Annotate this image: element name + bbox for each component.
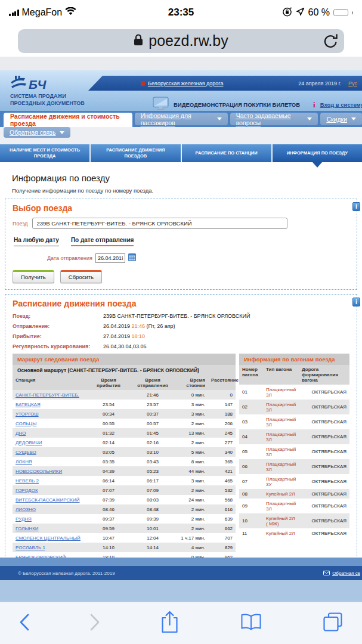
nav-item-passenger-info[interactable]: Информация для пассажиров [135,113,228,125]
language-link[interactable]: Рус [348,80,357,86]
nav-item-feedback[interactable]: Обратная связь [4,127,70,138]
arrival-cell: 03:35 [89,457,128,466]
back-button[interactable] [19,614,29,633]
arrival-cell [89,390,128,400]
arrival-cell: 10:47 [89,533,128,543]
station-link[interactable]: САНКТ-ПЕТЕРБУРГ-ВИТЕБ. [13,390,89,400]
train-select-heading: Выбор поезда [13,203,349,213]
video-demo-link[interactable]: ВИДЕОДЕМОНСТРАЦИЯ ПОКУПКИ БИЛЕТОВ [174,101,300,108]
header-top-band: Белорусская железная дорога 24 апреля 20… [88,76,362,91]
route-table-subtitle: Основной маршрут (САНКТ-ПЕТЕРБУРГ-ВИТЕБ.… [13,365,236,376]
wagon-road-cell: ОКТЯБРЬСКАЯ [299,444,349,459]
tab-train-info-active[interactable]: ИНФОРМАЦИЯ ПО ПОЕЗДУ [273,144,362,162]
arrival-cell: 14:10 [89,543,128,552]
route-table-header: Станция Время прибытия Время отправления… [13,376,236,390]
battery-nub [352,11,353,14]
wagon-road-cell: ОКТЯБРЬСКАЯ [299,414,349,429]
station-link[interactable]: НОВОСОКОЛЬНИКИ [13,466,89,476]
copyright: © Белорусская железная дорога. 2011-2019 [18,571,115,576]
url-text: poezd.rw.by [148,32,228,49]
departure-cell: 02:16 [128,438,177,447]
rw-site-icon [141,81,145,86]
station-link[interactable]: СОЛЬЦЫ [13,419,89,428]
departure-cell [128,552,177,558]
login-info-icon: i [313,100,315,110]
arrival-cell: 09:59 [89,524,128,533]
departure-cell: 12:04 [128,533,177,543]
departure-date-input[interactable] [95,253,125,263]
station-link[interactable]: ГОЛЫНКИ [13,524,89,533]
route-row: ЛОКНЯ03:3503:438 мин.365 [13,457,236,466]
calendar-icon[interactable] [128,253,136,264]
route-row: ГОЛЫНКИ09:5910:012 мин.662 [13,524,236,533]
departure-time: 21:46 [132,323,146,329]
tab-by-departure-date[interactable]: По дате отправления [71,237,134,246]
wagon-type-cell: Плацкартный 3Л [263,429,299,444]
info-icon[interactable]: i [352,298,360,306]
departure-cell: 23:57 [128,400,177,409]
station-link[interactable]: ДЕДОВИЧИ [13,438,89,447]
departure-cell: 07:09 [128,485,177,495]
station-link[interactable]: СУЩЕВО [13,447,89,457]
tab-any-date[interactable]: На любую дату [14,237,59,246]
distance-cell: 365 [208,457,236,466]
carrier-label: MegaFon [22,8,63,18]
field-arrival: Прибытие: 27.04.2019 18:10 [13,333,349,339]
route-row: РУДНЯ09:3709:392 мин.639 [13,514,236,524]
route-row: СУЩЕВО03:0503:105 мин.340 [13,447,236,457]
wagon-road-cell: ОКТЯБРЬСКАЯ [299,474,349,489]
station-link[interactable]: ВИТЕБСК-ПАССАЖИРСКИЙ [13,495,89,504]
stop-time-cell: 3 мин. [177,400,208,409]
feedback-link[interactable]: Обратная св [323,571,360,576]
bookmarks-icon[interactable] [240,613,262,633]
route-table: Маршрут следования поезда Основной маршр… [13,354,236,558]
forward-button [90,614,100,633]
station-link[interactable]: СМОЛЕНСК ЦЕНТРАЛЬНЫЙ [13,533,89,543]
arrival-cell: 07:39 [89,495,128,504]
login-link[interactable]: Вход в систему [320,101,362,108]
distance-cell: 421 [208,466,236,476]
nav-item-faq[interactable]: Часто задаваемые вопросы [230,113,318,125]
train-input[interactable] [32,218,287,229]
brz-link[interactable]: Белорусская железная дорога [148,80,223,86]
page-title: Информация по поезду [12,173,362,183]
tabs-icon[interactable] [323,612,343,634]
nav-item-discounts[interactable]: Скидки [320,113,362,125]
info-icon[interactable]: i [352,202,360,211]
station-link[interactable]: ГОРОДОК [13,485,89,495]
distance-cell: 465 [208,476,236,485]
tab-train-schedule[interactable]: РАСПИСАНИЕ ДВИЖЕНИЯ ПОЕЗДОВ [91,144,180,162]
wagon-row: 02Плацкартный 3ЛОКТЯБРЬСКАЯ [239,400,349,414]
share-icon[interactable] [160,610,179,636]
distance-cell: 0 [208,390,236,400]
bch-logo[interactable]: БЧ [10,74,49,95]
address-field[interactable]: poezd.rw.by [18,29,344,53]
chevron-down-icon [217,117,222,120]
station-link[interactable]: ЛОКНЯ [13,457,89,466]
station-link[interactable]: РУДНЯ [13,514,89,524]
wagon-number-cell: 08 [239,489,263,499]
wagon-row: 03Плацкартный 3ЛОКТЯБРЬСКАЯ [239,414,349,429]
station-link[interactable]: НЕВЕЛЬ 2 [13,476,89,485]
get-button[interactable]: Получить [13,270,54,283]
station-link[interactable]: ЛИОЗНО [13,504,89,514]
tab-seat-availability[interactable]: НАЛИЧИЕ МЕСТ И СТОИМОСТЬ ПРОЕЗДА [0,144,89,162]
station-link[interactable]: ДНО [13,428,89,438]
station-link[interactable]: РОСЛАВЛЬ 1 [13,543,89,552]
svg-text:БЧ: БЧ [29,78,47,91]
nav-item-schedule-active[interactable]: Расписание движения и стоимость проезда [4,113,132,127]
wagon-type-cell: Плацкартный 3Л [263,499,299,513]
distance-cell: 277 [208,438,236,447]
wagon-row: 09Плацкартный 3ЛОКТЯБРЬСКАЯ [239,499,349,513]
station-link[interactable]: УТОРГОШ [13,409,89,419]
tab-station-schedule[interactable]: РАСПИСАНИЕ ПО СТАНЦИИ [182,144,271,162]
reload-button[interactable] [323,33,338,52]
station-link[interactable]: БАТЕЦКАЯ [13,400,89,409]
departure-cell: 00:37 [128,409,177,419]
distance-cell: 962 [208,552,236,558]
reset-button[interactable]: Сбросить [60,270,102,283]
distance-cell: 147 [208,400,236,409]
current-date: 24 апреля 2019 г. [298,80,341,86]
station-link[interactable]: БРЯНСК ОРЛОВСКИЙ [13,552,89,558]
wagon-type-cell: Купейный 2Л ( МЖ) [263,513,299,528]
